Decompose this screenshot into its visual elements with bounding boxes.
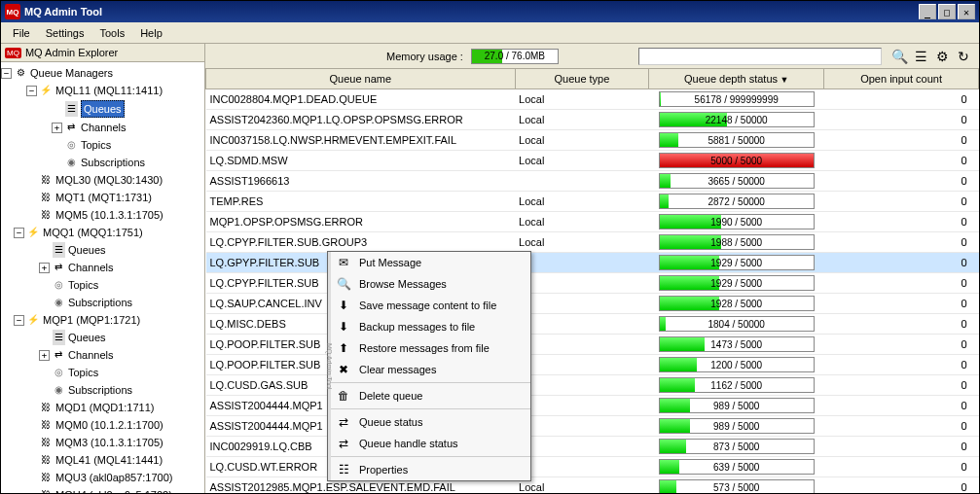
menu-file[interactable]: File (5, 25, 38, 41)
tree-node[interactable]: MQD1 (MQD1:1711) (1, 399, 204, 416)
link-icon (39, 453, 53, 467)
context-item[interactable]: 🔍Browse Messages (328, 273, 530, 295)
table-row[interactable]: ASSIST2004444.MQP1989 / 50000 (206, 396, 979, 416)
tree-node[interactable]: +Channels (1, 346, 204, 364)
tp-icon (52, 278, 65, 292)
queue-type-cell (515, 171, 649, 192)
app-small-icon: MQ (5, 48, 21, 58)
tree-node[interactable]: Subscriptions (1, 294, 204, 311)
search-icon[interactable]: 🔍 (889, 47, 909, 66)
queue-type-cell: Local (515, 232, 649, 253)
tree-node[interactable]: MQL41 (MQL41:1441) (1, 451, 204, 469)
tree-node[interactable]: Queues (1, 99, 204, 119)
tree-node[interactable]: MQM3 (10.1.3.1:1705) (1, 434, 204, 451)
open-count-cell: 0 (824, 416, 979, 437)
table-row[interactable]: LQ.CPYP.FILTER.SUB.GROUP3Local1988 / 500… (206, 232, 979, 253)
expand-icon[interactable]: + (39, 263, 50, 273)
tree-label: Topics (68, 277, 98, 293)
table-row[interactable]: LQ.POOP.FILTER.SUB1200 / 50000 (206, 355, 979, 375)
expand-icon[interactable]: − (14, 228, 24, 238)
tree-node[interactable]: Queues (1, 329, 204, 346)
queue-type-cell (515, 294, 649, 314)
tree-node[interactable]: +Channels (1, 119, 204, 136)
table-row[interactable]: INC0028804.MQP1.DEAD.QUEUELocal56178 / 9… (206, 89, 979, 110)
tree-node[interactable]: MQM5 (10.1.3.1:1705) (1, 206, 204, 224)
expand-icon[interactable]: − (26, 86, 37, 96)
gear-icon[interactable]: ⚙ (932, 47, 952, 66)
tree: −Queue Managers−MQL11 (MQL11:1411)Queues… (1, 62, 204, 493)
table-row[interactable]: LQ.CUSD.GAS.SUB1162 / 50000 (206, 375, 979, 396)
tree-node[interactable]: MQU4 (akl0ap9c5:1700) (1, 486, 204, 493)
table-row[interactable]: LQ.CPYP.FILTER.SUB1929 / 50000 (206, 273, 979, 294)
tree-label: MQL11 (MQL11:1411) (55, 83, 163, 98)
refresh-icon[interactable]: ↻ (954, 47, 973, 66)
menu-settings[interactable]: Settings (38, 25, 92, 41)
minimize-button[interactable]: _ (919, 4, 936, 19)
column-header[interactable]: Open input count (824, 69, 979, 89)
ch-icon (64, 121, 78, 134)
context-item[interactable]: ☷Properties (328, 459, 530, 480)
tree-node[interactable]: Queues (1, 241, 204, 259)
context-item[interactable]: ⬆Restore messages from file (328, 337, 530, 359)
context-item[interactable]: ✖Clear messages (328, 359, 530, 380)
tree-node[interactable]: Topics (1, 276, 204, 294)
table-row[interactable]: LQ.SAUP.CANCEL.INV1928 / 50000 (206, 294, 979, 314)
expand-icon[interactable]: + (39, 350, 50, 361)
tree-label: MQM5 (10.1.3.1:1705) (55, 207, 163, 223)
context-item[interactable]: 🗑Delete queue (328, 385, 530, 406)
context-item[interactable]: ⬇Save message content to file (328, 295, 530, 316)
tree-node[interactable]: MQM0 (10.1.2.1:1700) (1, 416, 204, 434)
table-row[interactable]: ASSIST2004444.MQP1989 / 50000 (206, 416, 979, 437)
context-item[interactable]: ✉Put Message (328, 252, 530, 273)
expand-icon[interactable]: − (14, 315, 24, 326)
tree-node[interactable]: Topics (1, 136, 204, 154)
context-item[interactable]: ⬇Backup messages to file (328, 316, 530, 337)
table-row[interactable]: LQ.MISC.DEBS1804 / 500000 (206, 314, 979, 335)
context-item[interactable]: ⇄Queue status (328, 411, 530, 433)
search-input[interactable] (638, 48, 882, 65)
table-row[interactable]: LQ.SDMD.MSWLocal5000 / 50000 (206, 151, 979, 171)
maximize-button[interactable]: □ (938, 4, 956, 19)
menu-help[interactable]: Help (132, 25, 170, 41)
open-count-cell: 0 (824, 212, 979, 232)
open-count-cell: 0 (824, 192, 979, 212)
column-header[interactable]: Queue name (206, 69, 516, 89)
queue-table-wrap[interactable]: Queue nameQueue typeQueue depth statusOp… (205, 69, 979, 493)
open-count-cell: 0 (824, 130, 979, 151)
table-row[interactable]: MQP1.OPSP.OPSMSG.ERRORLocal1990 / 50000 (206, 212, 979, 232)
context-separator (328, 382, 530, 383)
table-row[interactable]: INC0029919.LQ.CBB873 / 50000 (206, 437, 979, 457)
column-header[interactable]: Queue type (515, 69, 649, 89)
tree-node[interactable]: −Queue Managers (1, 64, 204, 82)
column-header[interactable]: Queue depth status (649, 69, 824, 89)
queue-depth-cell: 1929 / 5000 (649, 253, 824, 273)
expand-icon[interactable]: + (52, 123, 62, 133)
table-row[interactable]: LQ.POOP.FILTER.SUB1473 / 50000 (206, 335, 979, 355)
table-row[interactable]: ASSIST2012985.MQP1.ESP.SALEVENT.EMD.FAIL… (206, 477, 979, 494)
table-row[interactable]: LQ.CUSD.WT.ERROR639 / 50000 (206, 457, 979, 477)
tree-node[interactable]: +Channels (1, 259, 204, 276)
list-icon[interactable]: ☰ (911, 47, 930, 66)
tree-node[interactable]: −MQQ1 (MQQ1:1751) (1, 224, 204, 241)
tree-node[interactable]: −MQL11 (MQL11:1411) (1, 82, 204, 99)
open-count-cell: 0 (824, 110, 979, 130)
table-row[interactable]: ASSIST2042360.MQP1.LQ.OPSP.OPSMSG.ERRORL… (206, 110, 979, 130)
table-row[interactable]: LQ.GPYP.FILTER.SUB1929 / 50000 (206, 253, 979, 273)
tree-node[interactable]: MQT1 (MQT1:1731) (1, 189, 204, 206)
app-icon: MQ (5, 4, 20, 19)
table-row[interactable]: ASSIST19666133665 / 500000 (206, 171, 979, 192)
tree-node[interactable]: Subscriptions (1, 381, 204, 399)
expand-icon[interactable]: − (1, 68, 12, 79)
table-row[interactable]: TEMP.RESLocal2872 / 500000 (206, 192, 979, 212)
close-button[interactable]: ✕ (958, 4, 975, 19)
tree-node[interactable]: MQL30 (MQL30:1430) (1, 171, 204, 189)
menu-tools[interactable]: Tools (91, 25, 132, 41)
tree-node[interactable]: Subscriptions (1, 154, 204, 171)
table-row[interactable]: INC0037158.LQ.NWSP.HRMEVENT.EMPEXIT.FAIL… (206, 130, 979, 151)
open-count-cell: 0 (824, 437, 979, 457)
context-item[interactable]: ⇄Queue handle status (328, 433, 530, 454)
tree-node[interactable]: MQU3 (akl0ap857:1700) (1, 469, 204, 486)
tree-node[interactable]: −MQP1 (MQP1:1721) (1, 311, 204, 329)
conn-icon (26, 313, 40, 327)
tree-node[interactable]: Topics (1, 364, 204, 381)
